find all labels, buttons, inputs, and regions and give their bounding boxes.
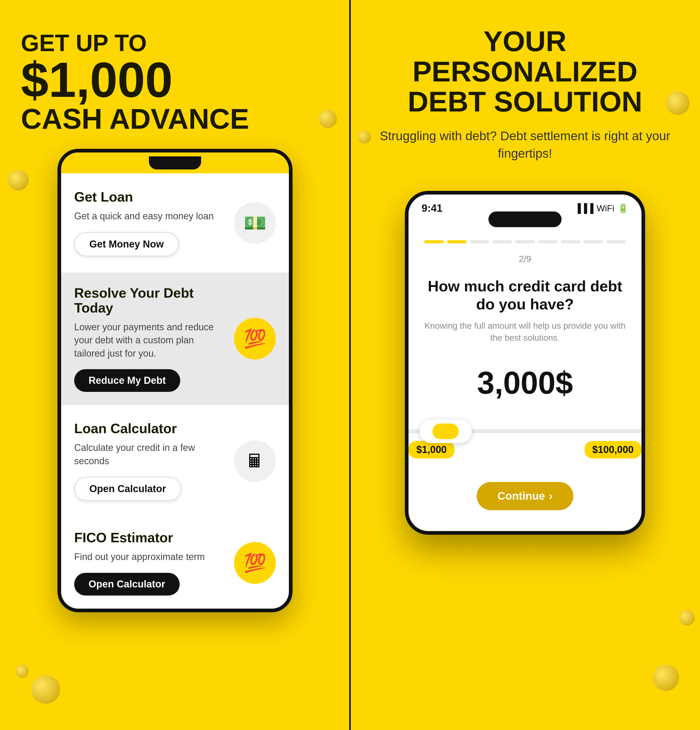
fico-hundred-icon: 💯 (244, 552, 266, 574)
continue-label: Continue (498, 490, 545, 502)
progress-seg-9 (606, 240, 626, 243)
get-money-now-button[interactable]: Get Money Now (74, 232, 179, 256)
hundred-icon: 💯 (244, 328, 266, 349)
slider-min-label: $1,000 (409, 441, 454, 458)
decorative-ball-1 (8, 170, 29, 191)
progress-seg-3 (470, 240, 489, 243)
get-loan-icon-circle: 💵 (234, 202, 276, 244)
right-panel: YOUR PERSONALIZED DEBT SOLUTION Struggli… (350, 0, 700, 730)
progress-seg-1 (424, 240, 444, 243)
debt-slider-container: $1,000 $100,000 (405, 429, 645, 466)
card-text-loan-calc: Loan Calculator Calculate your credit in… (74, 421, 234, 501)
card-text-fico: FICO Estimator Find out your approximate… (74, 530, 234, 596)
progress-seg-4 (492, 240, 512, 243)
progress-seg-5 (515, 240, 535, 243)
card-title-loan-calc: Loan Calculator (74, 421, 226, 436)
progress-seg-8 (583, 240, 603, 243)
slider-track (405, 429, 645, 433)
panel-separator (349, 0, 351, 730)
card-desc-resolve-debt: Lower your payments and reduce your debt… (74, 321, 226, 360)
question-desc: Knowing the full amount will help us pro… (424, 320, 626, 344)
progress-seg-2 (447, 240, 466, 243)
continue-arrow: › (549, 490, 552, 502)
headline-line3: CASH ADVANCE (21, 104, 249, 133)
title-line3: DEBT SOLUTION (408, 85, 642, 117)
progress-seg-6 (538, 240, 558, 243)
right-subtitle: Struggling with debt? Debt settlement is… (371, 127, 679, 162)
right-header: YOUR PERSONALIZED DEBT SOLUTION Struggli… (350, 0, 700, 175)
signal-icon: ▐▐▐ (574, 203, 593, 213)
card-title-resolve-debt: Resolve Your Debt Today (74, 286, 226, 315)
money-icon: 💵 (244, 212, 266, 234)
slider-thumb-outer[interactable] (419, 420, 472, 443)
status-bar: 9:41 ▐▐▐ WiFi 🔋 (409, 194, 642, 214)
progress-bar (424, 240, 626, 243)
right-main-title: YOUR PERSONALIZED DEBT SOLUTION (371, 26, 679, 117)
slider-thumb-wrapper (446, 420, 498, 443)
battery-icon: 🔋 (617, 203, 628, 213)
title-line2: PERSONALIZED (412, 55, 637, 88)
phone-inner-content: 2/9 How much credit card debt do you hav… (409, 227, 642, 430)
notch (149, 156, 201, 169)
progress-seg-7 (561, 240, 580, 243)
phone-frame-left: Get Loan Get a quick and easy money loan… (57, 149, 292, 612)
decorative-ball-2 (16, 665, 29, 678)
status-icons: ▐▐▐ WiFi 🔋 (574, 203, 628, 213)
status-time: 9:41 (422, 202, 443, 214)
card-desc-fico: Find out your approximate term (74, 550, 226, 564)
resolve-debt-card: Resolve Your Debt Today Lower your payme… (61, 273, 289, 405)
continue-btn-wrapper: Continue › (409, 466, 642, 510)
dynamic-island (488, 212, 561, 227)
left-header: GET UP TO $1,000 CASH ADVANCE (0, 0, 270, 149)
headline-amount: $1,000 (21, 55, 249, 104)
step-label: 2/9 (424, 254, 626, 264)
decorative-ball-4 (319, 110, 337, 128)
question-title: How much credit card debt do you have? (424, 277, 626, 313)
calculator-icon: 🖩 (246, 451, 264, 472)
decorative-ball-3 (31, 675, 60, 704)
slider-thumb-inner (433, 423, 459, 439)
open-calculator-button-2[interactable]: Open Calculator (74, 573, 180, 596)
reduce-my-debt-button[interactable]: Reduce My Debt (74, 369, 180, 392)
phone-frame-right: 9:41 ▐▐▐ WiFi 🔋 (405, 191, 645, 535)
card-title-fico: FICO Estimator (74, 530, 226, 545)
card-desc-get-loan: Get a quick and easy money loan (74, 210, 226, 223)
resolve-debt-icon-circle: 💯 (234, 318, 276, 359)
decorative-ball-right-3 (653, 665, 679, 691)
continue-button[interactable]: Continue › (477, 482, 574, 510)
phone-mockup-right: 9:41 ▐▐▐ WiFi 🔋 (381, 191, 669, 535)
phone-top-area (61, 152, 289, 173)
card-desc-loan-calc: Calculate your credit in a few seconds (74, 441, 226, 467)
slider-max-label: $100,000 (585, 441, 642, 458)
left-panel: GET UP TO $1,000 CASH ADVANCE Get Loan G… (0, 0, 350, 730)
card-text-resolve-debt: Resolve Your Debt Today Lower your payme… (74, 286, 234, 392)
loan-calculator-card: Loan Calculator Calculate your credit in… (61, 408, 289, 514)
headline-line1: GET UP TO (21, 31, 249, 55)
get-loan-card: Get Loan Get a quick and easy money loan… (61, 177, 289, 269)
card-title-get-loan: Get Loan (74, 190, 226, 204)
debt-amount-display: 3,000$ (424, 365, 626, 401)
wifi-icon: WiFi (596, 203, 614, 213)
phone-mockup-left: Get Loan Get a quick and easy money loan… (31, 149, 319, 612)
fico-estimator-card: FICO Estimator Find out your approximate… (61, 517, 289, 609)
fico-icon-circle: 💯 (234, 542, 276, 584)
loan-calc-icon-circle: 🖩 (234, 440, 276, 482)
open-calculator-button-1[interactable]: Open Calculator (74, 477, 181, 501)
title-line1: YOUR (484, 25, 567, 57)
decorative-ball-right-2 (679, 610, 695, 626)
card-text-get-loan: Get Loan Get a quick and easy money loan… (74, 190, 234, 256)
